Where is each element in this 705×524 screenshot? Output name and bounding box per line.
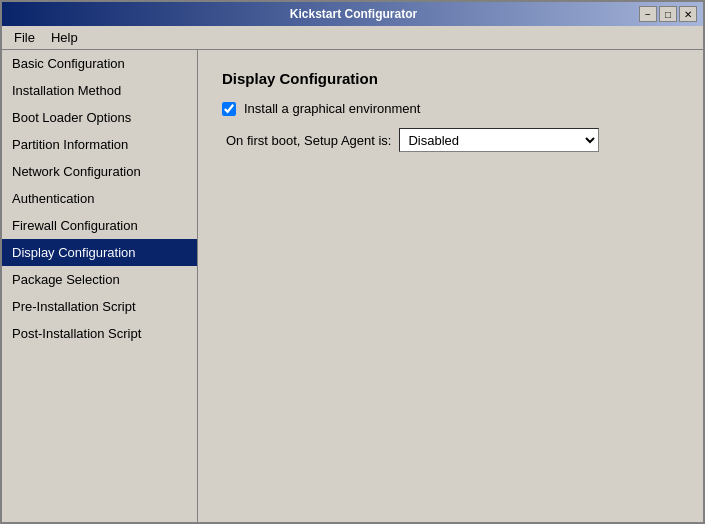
sidebar-item-boot-loader-options[interactable]: Boot Loader Options xyxy=(2,104,197,131)
install-graphical-row: Install a graphical environment xyxy=(222,101,679,116)
setup-agent-row: On first boot, Setup Agent is: Disabled … xyxy=(222,128,679,152)
main-panel: Display Configuration Install a graphica… xyxy=(198,50,703,522)
menu-file[interactable]: File xyxy=(6,28,43,47)
install-graphical-checkbox[interactable] xyxy=(222,102,236,116)
sidebar-item-pre-installation-script[interactable]: Pre-Installation Script xyxy=(2,293,197,320)
sidebar-item-display-configuration[interactable]: Display Configuration xyxy=(2,239,197,266)
sidebar: Basic Configuration Installation Method … xyxy=(2,50,198,522)
sidebar-item-installation-method[interactable]: Installation Method xyxy=(2,77,197,104)
sidebar-item-network-configuration[interactable]: Network Configuration xyxy=(2,158,197,185)
window-title: Kickstart Configurator xyxy=(68,7,639,21)
sidebar-item-basic-configuration[interactable]: Basic Configuration xyxy=(2,50,197,77)
menu-help[interactable]: Help xyxy=(43,28,86,47)
content-area: Basic Configuration Installation Method … xyxy=(2,50,703,522)
close-button[interactable]: ✕ xyxy=(679,6,697,22)
sidebar-item-package-selection[interactable]: Package Selection xyxy=(2,266,197,293)
sidebar-item-post-installation-script[interactable]: Post-Installation Script xyxy=(2,320,197,347)
sidebar-item-authentication[interactable]: Authentication xyxy=(2,185,197,212)
install-graphical-label: Install a graphical environment xyxy=(244,101,420,116)
maximize-button[interactable]: □ xyxy=(659,6,677,22)
window-controls: − □ ✕ xyxy=(639,6,697,22)
sidebar-item-partition-information[interactable]: Partition Information xyxy=(2,131,197,158)
main-window: Kickstart Configurator − □ ✕ File Help B… xyxy=(0,0,705,524)
setup-agent-select[interactable]: Disabled Enabled Enabled - Reconfig mode xyxy=(399,128,599,152)
section-title: Display Configuration xyxy=(222,70,679,87)
minimize-button[interactable]: − xyxy=(639,6,657,22)
title-bar: Kickstart Configurator − □ ✕ xyxy=(2,2,703,26)
setup-agent-label: On first boot, Setup Agent is: xyxy=(226,133,391,148)
menu-bar: File Help xyxy=(2,26,703,50)
sidebar-item-firewall-configuration[interactable]: Firewall Configuration xyxy=(2,212,197,239)
